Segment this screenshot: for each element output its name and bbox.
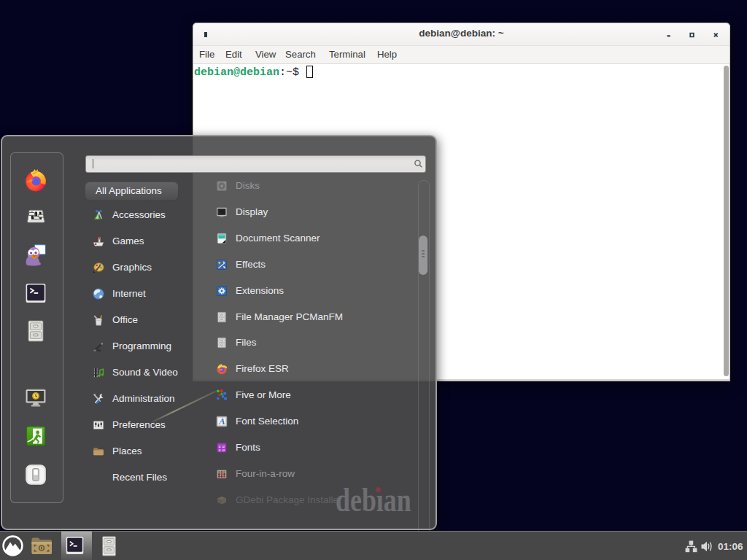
svg-text:A: A: [218, 416, 225, 427]
svg-text:a: a: [218, 447, 220, 452]
svg-text:a: a: [222, 447, 225, 452]
